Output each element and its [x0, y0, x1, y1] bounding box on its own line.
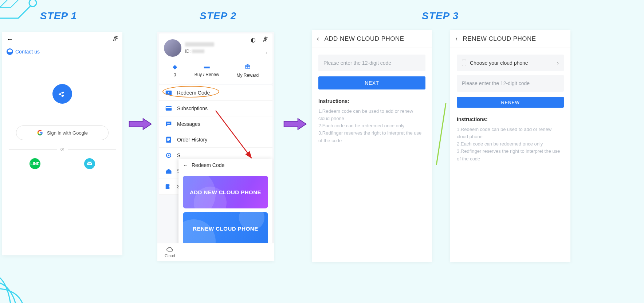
step-arrow-1 — [128, 117, 153, 131]
google-signin-button[interactable]: Sign in with Google — [16, 125, 109, 140]
line-login-button[interactable]: LINE — [30, 158, 40, 169]
divider — [9, 149, 57, 149]
svg-point-12 — [169, 123, 170, 124]
step-arrow-2 — [283, 117, 308, 131]
exit-icon — [165, 183, 172, 190]
points-stat[interactable]: ◆ 0 — [173, 63, 177, 78]
overlay-title: Redeem Code — [192, 162, 224, 168]
svg-line-21 — [436, 103, 446, 165]
menu-subscriptions[interactable]: Subscriptions — [159, 101, 272, 116]
code-input[interactable]: Please enter the 12-digit code — [457, 75, 564, 92]
ticket-icon — [165, 89, 172, 96]
add-cloud-phone-button[interactable]: ADD NEW CLOUD PHONE — [183, 176, 268, 208]
translate-icon[interactable] — [262, 36, 268, 44]
contact-us-link[interactable]: Contact us — [2, 47, 122, 62]
menu-order-label: Order History — [177, 137, 207, 143]
menu-redeem-code[interactable]: Redeem Code — [159, 85, 272, 101]
next-button[interactable]: NEXT — [318, 76, 425, 89]
screen-add-phone: ‹ ADD NEW CLOUD PHONE Please enter the 1… — [312, 30, 432, 262]
google-icon — [37, 129, 43, 136]
screen-renew-phone: ‹ RENEW CLOUD PHONE Choose your cloud ph… — [450, 30, 570, 262]
svg-rect-9 — [166, 107, 172, 108]
buy-renew-stat[interactable]: ▬ Buy / Renew — [195, 63, 219, 78]
contrast-icon[interactable]: ◐ — [251, 36, 256, 44]
renew-title: RENEW CLOUD PHONE — [463, 35, 536, 43]
reward-stat[interactable]: My Reward — [236, 63, 259, 78]
renew-button[interactable]: RENEW — [457, 97, 564, 108]
svg-point-11 — [168, 123, 169, 124]
instr-3: 3.Redfinger reserves the right to interp… — [318, 129, 425, 144]
points-value: 0 — [174, 72, 176, 77]
svg-rect-2 — [61, 92, 64, 94]
instructions-heading: Instructions: — [450, 108, 570, 124]
menu-s1-label: S — [177, 152, 180, 158]
choose-label: Choose your cloud phone — [470, 60, 528, 66]
svg-rect-14 — [167, 138, 170, 139]
renew-cloud-phone-button[interactable]: RENEW CLOUD PHONE — [183, 212, 268, 245]
card-icon — [165, 105, 172, 112]
gear-icon — [165, 152, 172, 159]
menu-subs-label: Subscriptions — [177, 105, 208, 111]
id-redacted — [192, 49, 204, 53]
add-title: ADD NEW CLOUD PHONE — [325, 35, 404, 43]
instructions-body: 1.Redeem code can be used to add or rene… — [450, 124, 570, 164]
svg-point-10 — [167, 123, 168, 124]
instr-1: 1.Redeem code can be used to add or rene… — [457, 126, 564, 140]
chat-login-button[interactable] — [84, 158, 95, 169]
choose-phone-row[interactable]: Choose your cloud phone › — [457, 55, 564, 71]
translate-icon[interactable] — [112, 36, 118, 43]
gift-icon — [245, 63, 251, 71]
decor-lines-bottom — [0, 263, 40, 303]
menu-messages[interactable]: Messages — [159, 116, 272, 132]
id-label: ID: — [185, 49, 191, 54]
home-icon — [165, 168, 172, 174]
back-icon[interactable]: ← — [7, 36, 13, 43]
profile-card: ◐ ID: › ◆ 0 ▬ Buy / Renew — [159, 33, 272, 84]
contact-label: Contact us — [15, 49, 40, 55]
add-btn-label: ADD NEW CLOUD PHONE — [190, 189, 261, 195]
nav-cloud[interactable]: Cloud — [165, 247, 175, 258]
svg-rect-15 — [167, 139, 170, 140]
card-icon: ▬ — [204, 63, 210, 70]
svg-rect-4 — [87, 162, 92, 165]
back-icon[interactable]: ‹ — [317, 35, 319, 43]
nav-cloud-label: Cloud — [165, 254, 175, 258]
doc-icon — [165, 136, 172, 143]
back-icon[interactable]: ‹ — [455, 35, 458, 43]
instr-1: 1.Redeem code can be used to add or rene… — [318, 108, 425, 122]
renew-btn-label: RENEW CLOUD PHONE — [193, 226, 258, 232]
step3-label: STEP 3 — [422, 10, 459, 22]
chevron-right-icon: › — [557, 60, 559, 66]
username-redacted — [185, 42, 214, 47]
step1-label: STEP 1 — [40, 10, 77, 22]
app-logo — [52, 84, 72, 104]
back-icon[interactable]: ← — [183, 162, 188, 168]
instructions-heading: Instructions: — [312, 89, 432, 106]
svg-rect-16 — [167, 140, 169, 141]
google-btn-label: Sign in with Google — [47, 130, 88, 136]
divider — [68, 149, 116, 149]
instr-3: 3.Redfinger reserves the right to interp… — [457, 148, 564, 162]
screen-login: ← Contact us Sign in with Google or LINE — [2, 32, 122, 255]
cloud-icon — [166, 247, 173, 253]
diamond-icon: ◆ — [173, 63, 177, 70]
svg-rect-8 — [166, 106, 172, 111]
redeem-overlay: ← Redeem Code ADD NEW CLOUD PHONE RENEW … — [178, 159, 272, 252]
svg-point-0 — [29, 0, 36, 7]
instructions-body: 1.Redeem code can be used to add or rene… — [312, 106, 432, 146]
code-placeholder: Please enter the 12-digit code — [323, 60, 391, 66]
menu-order-history[interactable]: Order History — [159, 132, 272, 148]
code-input[interactable]: Please enter the 12-digit code — [318, 55, 425, 71]
contact-icon — [7, 48, 13, 55]
chevron-right-icon[interactable]: › — [266, 49, 267, 55]
bottom-nav: Cloud — [157, 243, 274, 261]
instr-2: 2.Each code can be redeemed once only — [318, 122, 425, 129]
chat-icon — [165, 121, 172, 127]
menu-msgs-label: Messages — [177, 121, 200, 127]
avatar[interactable] — [164, 39, 181, 57]
menu-redeem-label: Redeem Code — [177, 90, 210, 96]
svg-rect-3 — [61, 95, 64, 97]
decor-slash — [435, 103, 448, 165]
step2-label: STEP 2 — [200, 10, 236, 22]
renew-label: RENEW — [501, 100, 520, 105]
